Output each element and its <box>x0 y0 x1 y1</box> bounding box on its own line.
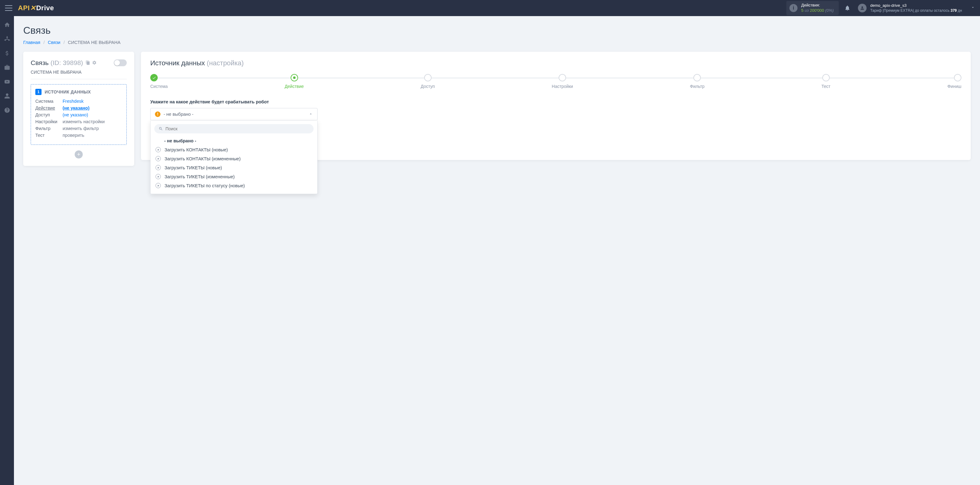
source-row[interactable]: Действие(не указано) <box>35 106 122 111</box>
source-row: Фильтризменить фильтр <box>35 126 122 131</box>
enable-toggle[interactable] <box>114 59 127 66</box>
chevron-down-icon <box>971 5 975 11</box>
info-icon: i <box>789 4 797 12</box>
source-row: Настройкиизменить настройки <box>35 119 122 124</box>
play-icon <box>156 147 161 152</box>
warning-icon: ! <box>155 111 161 117</box>
play-icon <box>156 165 161 170</box>
step-доступ[interactable]: Доступ <box>421 74 435 89</box>
home-icon[interactable] <box>4 22 10 28</box>
gear-icon[interactable] <box>92 59 97 67</box>
search-input[interactable] <box>165 126 309 131</box>
page-title: Связь <box>23 25 971 36</box>
menu-toggle[interactable] <box>5 5 13 11</box>
user-tariff: Тариф |Премиум EXTRA| до оплаты осталось… <box>870 8 962 13</box>
content: Связь Главная / Связи / СИСТЕМА НЕ ВЫБРА… <box>14 16 980 485</box>
play-icon <box>156 174 161 179</box>
connection-id: (ID: 39898) <box>51 59 83 67</box>
step-тест[interactable]: Тест <box>821 74 830 89</box>
dropdown-search[interactable] <box>154 124 313 133</box>
breadcrumb-home[interactable]: Главная <box>23 40 40 45</box>
play-icon <box>156 183 161 188</box>
topbar: API✕Drive i Действия: 5 из 200'000 (0%) … <box>0 0 980 16</box>
dropdown-option[interactable]: Загрузить ТИКЕТЫ по статусу (новые) <box>154 181 313 190</box>
stepper: СистемаДействиеДоступНастройкиФильтрТест… <box>150 74 961 89</box>
svg-point-1 <box>5 40 6 41</box>
breadcrumb-links[interactable]: Связи <box>48 40 60 45</box>
user-icon[interactable] <box>4 93 10 99</box>
source-badge: 1 <box>35 89 41 95</box>
action-dropdown[interactable]: ! - не выбрано - <box>150 108 318 120</box>
step-настройки[interactable]: Настройки <box>552 74 573 89</box>
source-row: Тестпроверить <box>35 133 122 138</box>
subsystem-label: СИСТЕМА НЕ ВЫБРАНА <box>31 70 127 79</box>
add-button[interactable]: + <box>75 151 83 158</box>
action-label: Укажите на какое действие будет срабатыв… <box>150 99 961 104</box>
search-icon <box>159 127 163 131</box>
breadcrumb: Главная / Связи / СИСТЕМА НЕ ВЫБРАНА <box>23 40 971 45</box>
config-title: Источник данных <box>150 59 205 67</box>
step-система[interactable]: Система <box>150 74 168 89</box>
connection-title: Связь <box>31 59 49 67</box>
avatar-icon <box>858 4 867 13</box>
user-menu[interactable]: demo_apix-drive_s3 Тариф |Премиум EXTRA|… <box>858 3 975 13</box>
chevron-up-icon <box>309 112 313 117</box>
breadcrumb-current: СИСТЕМА НЕ ВЫБРАНА <box>68 40 121 45</box>
youtube-icon[interactable] <box>4 79 10 85</box>
sidebar <box>0 16 14 485</box>
dropdown-option-none[interactable]: - не выбрано - <box>154 136 313 145</box>
dropdown-option[interactable]: Загрузить ТИКЕТЫ (измененные) <box>154 172 313 181</box>
source-row[interactable]: Доступ(не указано) <box>35 113 122 117</box>
data-source-box: 1 ИСТОЧНИК ДАННЫХ СистемаFreshdeskДейств… <box>31 84 127 145</box>
copy-icon[interactable] <box>86 59 90 67</box>
source-row[interactable]: СистемаFreshdesk <box>35 99 122 104</box>
actions-counter[interactable]: i Действия: 5 из 200'000 (0%) <box>786 1 839 15</box>
connections-icon[interactable] <box>4 36 10 42</box>
source-header: ИСТОЧНИК ДАННЫХ <box>45 89 91 94</box>
config-subtitle: (настройка) <box>207 59 243 67</box>
dropdown-selected: - не выбрано - <box>164 112 309 117</box>
svg-point-2 <box>8 40 9 41</box>
dropdown-option[interactable]: Загрузить ТИКЕТЫ (новые) <box>154 163 313 172</box>
bell-icon[interactable] <box>844 5 851 11</box>
dropdown-panel: - не выбрано - Загрузить КОНТАКТЫ (новые… <box>150 120 318 194</box>
actions-label: Действия: <box>801 3 834 8</box>
step-действие[interactable]: Действие <box>285 74 304 89</box>
step-фильтр[interactable]: Фильтр <box>690 74 705 89</box>
dropdown-option[interactable]: Загрузить КОНТАКТЫ (измененные) <box>154 154 313 163</box>
dollar-icon[interactable] <box>4 50 10 56</box>
config-card: Источник данных (настройка) СистемаДейст… <box>141 52 971 160</box>
user-name: demo_apix-drive_s3 <box>870 3 962 8</box>
logo[interactable]: API✕Drive <box>18 4 54 12</box>
step-финиш[interactable]: Финиш <box>947 74 961 89</box>
help-icon[interactable] <box>4 107 10 113</box>
briefcase-icon[interactable] <box>4 64 10 71</box>
connection-card: Связь (ID: 39898) СИСТЕМА НЕ ВЫБРАНА 1 И… <box>23 52 134 166</box>
play-icon <box>156 156 161 161</box>
svg-point-0 <box>6 37 8 38</box>
dropdown-option[interactable]: Загрузить КОНТАКТЫ (новые) <box>154 145 313 154</box>
